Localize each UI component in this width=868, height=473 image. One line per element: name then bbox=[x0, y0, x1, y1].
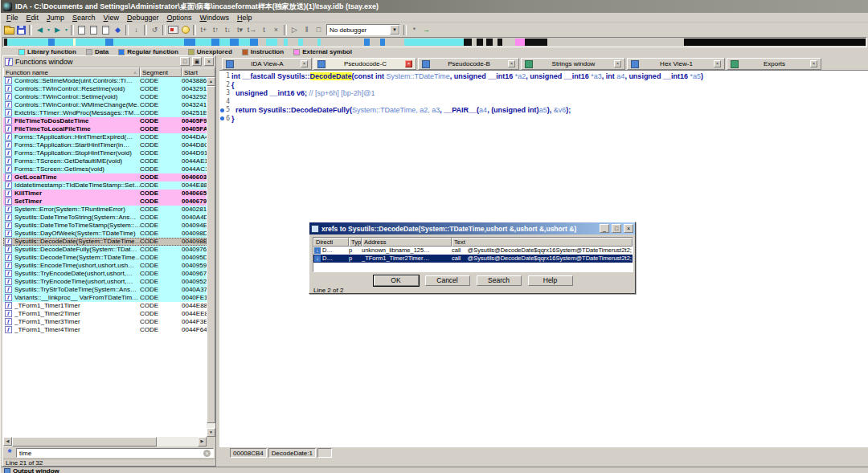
edit-type-icon[interactable]: t→ bbox=[246, 24, 258, 36]
nav-back-dropdown-icon[interactable]: ▼ bbox=[46, 24, 51, 36]
document-tab[interactable]: Exports × bbox=[727, 58, 821, 70]
code-line[interactable]: 2{ bbox=[219, 81, 868, 90]
column-header-function-name[interactable]: Function name ▲ bbox=[3, 67, 140, 77]
code-line[interactable]: 3 unsigned __int16 v6; // [sp+6h] [bp-2h… bbox=[219, 89, 868, 98]
add-type-icon[interactable]: t↑ bbox=[210, 24, 222, 36]
open-file-icon[interactable] bbox=[3, 24, 15, 36]
document-tab[interactable]: Strings window × bbox=[521, 58, 625, 70]
close-icon[interactable]: × bbox=[204, 57, 214, 66]
function-row[interactable]: f Forms::TScreen::GetDefaultIME(void) CO… bbox=[3, 157, 207, 165]
dialog-button[interactable]: Help bbox=[528, 275, 573, 286]
scroll-down-icon[interactable]: ▼ bbox=[207, 428, 215, 437]
document-tab[interactable]: Pseudocode-B × bbox=[418, 58, 519, 70]
function-row[interactable]: f Sysutils::DecodeTime(System::TDateTime… bbox=[3, 254, 207, 262]
function-row[interactable]: f Forms::TApplication::HintTimerExpired(… bbox=[3, 133, 207, 141]
menu-item[interactable]: Windows bbox=[196, 14, 234, 22]
nav-forward-dropdown-icon[interactable]: ▼ bbox=[63, 24, 69, 36]
copy-data-icon[interactable] bbox=[76, 24, 88, 36]
comment-icon[interactable] bbox=[179, 24, 191, 36]
menu-item[interactable]: Help bbox=[233, 14, 256, 22]
scroll-left-icon[interactable]: ◀ bbox=[3, 437, 12, 446]
function-row[interactable]: f Controls::TWinControl::WMImeChange(Me…… bbox=[3, 101, 207, 109]
function-row[interactable]: f Forms::TApplication::StartHintTimer(in… bbox=[3, 141, 207, 149]
function-row[interactable]: f KillTimer CODE 00406658 bbox=[3, 190, 207, 198]
function-row[interactable]: f System::Error(System::TRuntimeError) C… bbox=[3, 206, 207, 214]
function-row[interactable]: f _TForm1_Timer2Timer CODE 0044EE84 bbox=[3, 310, 207, 318]
start-process-icon[interactable]: ▷ bbox=[289, 24, 301, 36]
function-row[interactable]: f _TForm1_Timer1Timer CODE 0044E88C bbox=[3, 302, 207, 310]
function-row[interactable]: f Sysutils::TryEncodeTime(ushort,ushort,… bbox=[3, 278, 207, 286]
function-row[interactable]: f Controls::SetImeMode(uint,Controls::TI… bbox=[3, 77, 207, 85]
dialog-button[interactable]: Cancel bbox=[425, 275, 470, 286]
menu-item[interactable]: Jump bbox=[43, 14, 68, 22]
maximize-icon[interactable]: □ bbox=[612, 224, 621, 233]
tab-close-icon[interactable]: × bbox=[405, 60, 412, 67]
function-row[interactable]: f Sysutils::EncodeTime(ushort,ushort,ush… bbox=[3, 262, 207, 270]
debugger-select[interactable]: No debugger ▼ bbox=[326, 24, 400, 35]
pause-process-icon[interactable]: ‖ bbox=[301, 24, 313, 36]
code-line[interactable]: 1int __fastcall Sysutils::DecodeDate(con… bbox=[219, 72, 868, 81]
nav-forward-icon[interactable]: ▶ bbox=[51, 24, 63, 36]
function-row[interactable]: f FileTimeToLocalFileTime CODE 00405FA0 bbox=[3, 125, 207, 133]
function-row[interactable]: f SetTimer CODE 00406798 bbox=[3, 198, 207, 206]
jump-address-icon[interactable]: ◆ bbox=[112, 24, 124, 36]
menu-item[interactable]: Options bbox=[162, 14, 195, 22]
xref-row[interactable]: ↓ D… p unknown_libname_125… call @Sysuti… bbox=[313, 247, 633, 255]
tab-close-icon[interactable]: × bbox=[810, 60, 817, 67]
code-line[interactable]: 4 bbox=[219, 98, 868, 107]
set-type-icon[interactable]: t+ bbox=[198, 24, 210, 36]
function-row[interactable]: f Controls::TWinControl::SetIme(void) CO… bbox=[3, 93, 207, 101]
menu-item[interactable]: File bbox=[2, 14, 23, 22]
document-tab[interactable]: IDA View-A × bbox=[222, 58, 312, 70]
tab-close-icon[interactable]: × bbox=[714, 60, 721, 67]
column-header-direction[interactable]: Directi bbox=[313, 238, 349, 247]
function-row[interactable]: f Forms::TApplication::StopHintTimer(voi… bbox=[3, 149, 207, 157]
navigation-band-colors[interactable] bbox=[4, 39, 866, 46]
menu-item[interactable]: Edit bbox=[23, 14, 43, 22]
title-bar[interactable]: IDA - C:\Documents and Settings\Administ… bbox=[1, 0, 868, 13]
function-row[interactable]: f _TForm1_Timer4Timer CODE 0044F644 bbox=[3, 326, 207, 334]
menu-item[interactable]: View bbox=[100, 14, 123, 22]
document-tab[interactable]: Hex View-1 × bbox=[627, 58, 725, 70]
close-icon[interactable]: × bbox=[624, 224, 633, 233]
del-type-icon[interactable]: t↓ bbox=[222, 24, 234, 36]
maximize-icon[interactable]: □ bbox=[180, 57, 190, 66]
function-row[interactable]: f Sysutils::DayOfWeek(System::TDateTime)… bbox=[3, 230, 207, 238]
function-row[interactable]: f Sysutils::DecodeDateFully(System::TDat… bbox=[3, 246, 207, 254]
function-row[interactable]: f Iddatetimestamp::TIdDateTimeStamp::Set… bbox=[3, 181, 207, 190]
tab-close-icon[interactable]: × bbox=[301, 60, 308, 67]
navigation-band[interactable] bbox=[2, 37, 867, 47]
tab-close-icon[interactable]: × bbox=[614, 60, 621, 67]
filter-input[interactable] bbox=[16, 448, 214, 458]
function-row[interactable]: f Extctrls::TTimer::WndProc(Messages::TM… bbox=[3, 109, 207, 117]
column-header-start[interactable]: Start bbox=[182, 67, 215, 77]
scrollbar-thumb[interactable] bbox=[12, 437, 157, 446]
paste-data-icon[interactable] bbox=[88, 24, 100, 36]
functions-window-titlebar[interactable]: f Functions window □ ▣ × bbox=[3, 56, 215, 67]
stop-process-icon[interactable]: □ bbox=[313, 24, 325, 36]
attach-process-icon[interactable]: → bbox=[420, 24, 432, 36]
menu-item[interactable]: Debugger bbox=[123, 14, 163, 22]
column-header-type[interactable]: Typ bbox=[349, 238, 362, 247]
type-menu-icon[interactable]: t▾ bbox=[234, 24, 246, 36]
function-row[interactable]: f GetLocalTime CODE 00406038 bbox=[3, 173, 207, 181]
function-row[interactable]: f Sysutils::DecodeDate(System::TDateTime… bbox=[3, 238, 207, 246]
code-line[interactable]: 5 return Sysutils::DecodeDateFully(Syste… bbox=[219, 106, 868, 115]
output-window-titlebar[interactable]: Output window bbox=[1, 467, 868, 473]
debugger-setup-icon[interactable]: * bbox=[408, 24, 420, 36]
function-row[interactable]: f Variants::__linkproc__ VarFromTDateTim… bbox=[3, 294, 207, 302]
code-line[interactable]: 6} bbox=[219, 115, 868, 124]
function-row[interactable]: f Sysutils::TryEncodeDate(ushort,ushort,… bbox=[3, 270, 207, 278]
paste-special-icon[interactable] bbox=[100, 24, 112, 36]
scroll-right-icon[interactable]: ▶ bbox=[198, 437, 207, 446]
function-row[interactable]: f Forms::TScreen::GetImes(void) CODE 004… bbox=[3, 165, 207, 173]
function-row[interactable]: f FileTimeToDosDateTime CODE 00405F98 bbox=[3, 117, 207, 125]
dialog-button[interactable]: Search bbox=[477, 275, 522, 286]
save-file-icon[interactable] bbox=[15, 24, 27, 36]
xref-row[interactable]: ↓ D… p _TForm1_Timer2Timer… call @Sysuti… bbox=[313, 255, 633, 263]
function-row[interactable]: f _TForm1_Timer3Timer CODE 0044F3EC bbox=[3, 318, 207, 326]
scroll-up-icon[interactable]: ▲ bbox=[207, 77, 215, 86]
minimize-icon[interactable]: _ bbox=[600, 224, 609, 233]
column-header-segment[interactable]: Segment bbox=[140, 67, 182, 77]
functions-horizontal-scrollbar[interactable]: ◀ ▶ bbox=[3, 437, 207, 446]
